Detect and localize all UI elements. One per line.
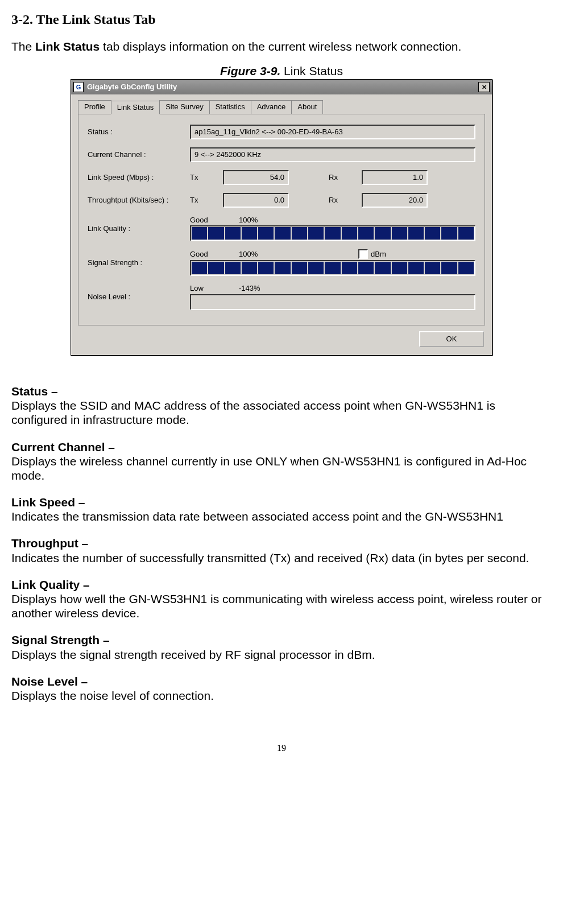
label-tx: Tx xyxy=(190,173,206,182)
tab-pane: Status : ap15ag_11g_Vikin2 <--> 00-20-ED… xyxy=(78,114,485,325)
link-quality-bar xyxy=(190,225,475,241)
dbm-label: dBm xyxy=(371,250,386,259)
tab-link-status[interactable]: Link Status xyxy=(111,101,160,114)
dbm-checkbox[interactable] xyxy=(358,249,368,259)
label-link-speed: Link Speed (Mbps) : xyxy=(88,173,190,182)
intro-bold: Link Status xyxy=(35,40,100,53)
desc-noise-body: Displays the noise level of connection. xyxy=(11,688,552,703)
desc-status-body: Displays the SSID and MAC address of the… xyxy=(11,398,552,427)
desc-channel: Current Channel – Displays the wireless … xyxy=(11,440,552,483)
desc-linkspeed-term: Link Speed – xyxy=(11,495,552,509)
noise-level-percent: -143% xyxy=(239,284,273,293)
value-link-speed-rx: 1.0 xyxy=(362,170,428,185)
desc-linkspeed-body: Indicates the transmission data rate bet… xyxy=(11,509,552,523)
signal-strength-qualifier: Good xyxy=(190,250,222,259)
tab-about[interactable]: About xyxy=(291,100,323,114)
signal-strength-bar xyxy=(190,260,475,276)
label-link-quality: Link Quality : xyxy=(88,224,190,233)
intro-prefix: The xyxy=(11,40,35,53)
label-tx2: Tx xyxy=(190,196,206,205)
tab-advance[interactable]: Advance xyxy=(251,100,292,114)
label-throughput: Throughtput (Kbits/sec) : xyxy=(88,196,190,205)
link-quality-percent: 100% xyxy=(239,216,273,225)
desc-status-term: Status – xyxy=(11,384,552,398)
desc-linkspeed: Link Speed – Indicates the transmission … xyxy=(11,495,552,523)
label-signal-strength: Signal Strength : xyxy=(88,258,190,267)
figure-label-bold: Figure 3-9. xyxy=(220,64,280,77)
ok-button[interactable]: OK xyxy=(419,331,484,347)
tab-profile[interactable]: Profile xyxy=(78,100,111,114)
value-link-speed-tx: 54.0 xyxy=(223,170,289,185)
desc-linkquality-body: Displays how well the GN-WS53HN1 is comm… xyxy=(11,592,552,620)
value-current-channel: 9 <--> 2452000 KHz xyxy=(190,147,475,162)
desc-throughput: Throughput – Indicates the number of suc… xyxy=(11,536,552,564)
intro-suffix: tab displays information on the current … xyxy=(100,40,461,53)
label-rx2: Rx xyxy=(329,196,345,205)
desc-status: Status – Displays the SSID and MAC addre… xyxy=(11,384,552,427)
tab-statistics[interactable]: Statistics xyxy=(209,100,251,114)
desc-channel-body: Displays the wireless channel currently … xyxy=(11,454,552,482)
signal-strength-percent: 100% xyxy=(239,250,273,259)
page-number: 19 xyxy=(11,742,552,753)
desc-noise-term: Noise Level – xyxy=(11,674,552,688)
label-noise-level: Noise Level : xyxy=(88,292,190,302)
tab-site-survey[interactable]: Site Survey xyxy=(159,100,209,114)
desc-throughput-body: Indicates the number of successfully tra… xyxy=(11,551,552,565)
desc-signal: Signal Strength – Displays the signal st… xyxy=(11,633,552,661)
value-throughput-tx: 0.0 xyxy=(223,193,289,208)
noise-level-qualifier: Low xyxy=(190,284,222,293)
desc-throughput-term: Throughput – xyxy=(11,536,552,550)
figure-caption: Figure 3-9. Link Status xyxy=(11,64,552,78)
desc-linkquality-term: Link Quality – xyxy=(11,578,552,592)
tabs-row: Profile Link Status Site Survey Statisti… xyxy=(71,94,492,114)
label-current-channel: Current Channel : xyxy=(88,150,190,159)
intro-paragraph: The Link Status tab displays information… xyxy=(11,39,552,53)
desc-channel-term: Current Channel – xyxy=(11,440,552,454)
close-icon[interactable]: ✕ xyxy=(478,82,490,92)
desc-signal-term: Signal Strength – xyxy=(11,633,552,647)
desc-linkquality: Link Quality – Displays how well the GN-… xyxy=(11,578,552,621)
link-quality-qualifier: Good xyxy=(190,216,222,225)
noise-level-bar xyxy=(190,294,475,310)
figure-label-rest: Link Status xyxy=(280,64,343,77)
titlebar: G Gigabyte GbConfig Utility ✕ xyxy=(71,80,492,94)
dialog-window: G Gigabyte GbConfig Utility ✕ Profile Li… xyxy=(71,79,492,356)
desc-noise: Noise Level – Displays the noise level o… xyxy=(11,674,552,703)
desc-signal-body: Displays the signal strength received by… xyxy=(11,647,552,662)
label-rx: Rx xyxy=(329,173,345,182)
value-throughput-rx: 20.0 xyxy=(362,193,428,208)
section-heading: 3-2. The Link Status Tab xyxy=(11,11,552,28)
label-status: Status : xyxy=(88,127,190,137)
window-title: Gigabyte GbConfig Utility xyxy=(87,82,478,92)
value-status: ap15ag_11g_Vikin2 <--> 00-20-ED-49-BA-63 xyxy=(190,125,475,139)
app-icon: G xyxy=(73,82,84,92)
